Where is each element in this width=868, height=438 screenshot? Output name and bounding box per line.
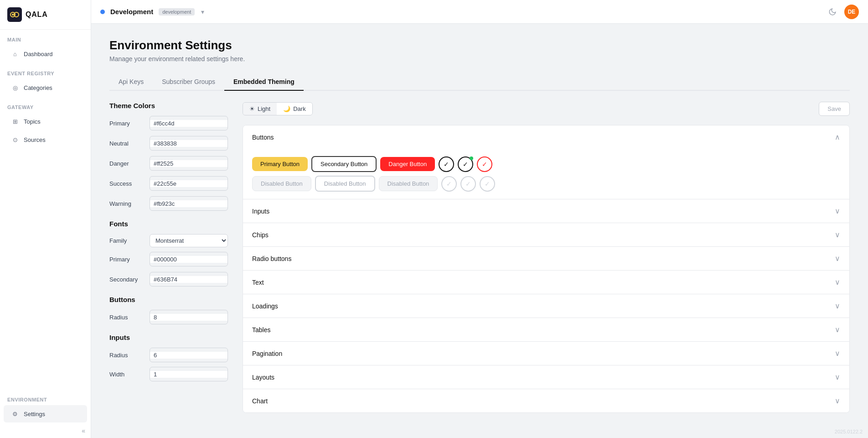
sidebar-topics-label: Topics: [24, 118, 41, 125]
content-area: Environment Settings Manage your environ…: [91, 24, 868, 438]
sidebar-event-registry-label: Event Registry: [0, 63, 91, 78]
tabs: Api Keys Subscriber Groups Embedded Them…: [109, 73, 850, 91]
fonts-title: Fonts: [109, 220, 228, 228]
accordion-header-tables[interactable]: Tables ∨: [243, 318, 849, 341]
home-icon: ⌂: [11, 50, 19, 58]
font-secondary-row: Secondary: [109, 272, 228, 287]
sidebar-item-dashboard[interactable]: ⌂ Dashboard: [4, 45, 87, 63]
font-secondary-label: Secondary: [109, 276, 146, 283]
preview-primary-button[interactable]: Primary Button: [252, 157, 308, 171]
main-content: Environment Settings Manage your environ…: [91, 24, 868, 438]
sidebar-item-topics[interactable]: ⊞ Topics: [4, 113, 87, 130]
font-primary-input-wrap: [150, 252, 228, 266]
sidebar-gateway-label: Gateway: [0, 97, 91, 112]
color-input-danger[interactable]: [150, 160, 228, 167]
chevron-down-icon[interactable]: ▾: [201, 8, 204, 16]
sidebar-environment-label: Environment: [0, 390, 91, 404]
accordion-buttons-label: Buttons: [252, 134, 274, 141]
accordion-item-loadings: Loadings ∨: [243, 294, 849, 318]
accordion-header-pagination[interactable]: Pagination ∨: [243, 342, 849, 365]
dark-mode-button[interactable]: 🌙 Dark: [277, 103, 312, 115]
color-label-neutral: Neutral: [109, 140, 146, 147]
accordion-header-chips[interactable]: Chips ∨: [243, 223, 849, 246]
sidebar-item-categories[interactable]: ◎ Categories: [4, 79, 87, 96]
preview-secondary-button[interactable]: Secondary Button: [311, 156, 377, 172]
tab-api-keys[interactable]: Api Keys: [109, 73, 153, 91]
font-family-label: Family: [109, 237, 146, 244]
sidebar-item-sources[interactable]: ⊙ Sources: [4, 131, 87, 148]
buttons-radius-input-wrap: px: [150, 310, 228, 324]
collapse-sidebar-button[interactable]: «: [0, 423, 91, 438]
accordion-header-inputs[interactable]: Inputs ∨: [243, 199, 849, 223]
chevron-down-icon-layouts: ∨: [835, 373, 840, 381]
sidebar-item-settings[interactable]: ⚙ Settings: [4, 405, 87, 422]
preview-icon-button-2[interactable]: ✓: [458, 156, 473, 172]
theme-colors-section: Theme Colors Primary Neutral Danger Succ…: [109, 102, 228, 211]
color-label-success: Success: [109, 180, 146, 187]
sidebar-event-registry-section: Event Registry ◎ Categories: [0, 63, 91, 97]
app-container: Development development ▾ DE Environment…: [91, 0, 868, 438]
buttons-settings-title: Buttons: [109, 296, 228, 303]
accordion-pagination-label: Pagination: [252, 350, 282, 357]
accordion-item-inputs: Inputs ∨: [243, 199, 849, 223]
env-badge: development: [159, 8, 195, 16]
preview-icon-disabled-3: ✓: [480, 176, 495, 192]
accordion-header-layouts[interactable]: Layouts ∨: [243, 365, 849, 389]
accordion-header-loadings[interactable]: Loadings ∨: [243, 294, 849, 318]
preview-icon-button-1[interactable]: ✓: [439, 156, 454, 172]
color-input-warning[interactable]: [150, 200, 228, 207]
preview-primary-disabled-button: Disabled Button: [252, 176, 311, 191]
user-avatar[interactable]: DE: [844, 5, 859, 19]
buttons-active-row: Primary Button Secondary Button Danger B…: [252, 156, 840, 172]
page-subtitle: Manage your environment related settings…: [109, 55, 850, 63]
color-input-success[interactable]: [150, 180, 228, 187]
accordion-layouts-label: Layouts: [252, 374, 274, 381]
accordion-header-text[interactable]: Text ∨: [243, 271, 849, 294]
accordion-item-pagination: Pagination ∨: [243, 342, 849, 365]
settings-icon: ⚙: [11, 410, 19, 418]
settings-layout: Theme Colors Primary Neutral Danger Succ…: [109, 102, 850, 413]
preview-icon-button-danger[interactable]: ✓: [477, 156, 492, 172]
accordion-inputs-label: Inputs: [252, 208, 269, 215]
light-mode-button[interactable]: ☀ Light: [243, 103, 277, 115]
accordion-header-radio[interactable]: Radio buttons ∨: [243, 247, 849, 270]
accordion-content-buttons: Primary Button Secondary Button Danger B…: [243, 149, 849, 199]
color-input-wrap-success: [150, 176, 228, 191]
color-input-neutral[interactable]: [150, 140, 228, 147]
font-family-select[interactable]: Montserrat: [150, 234, 228, 247]
color-label-primary: Primary: [109, 120, 146, 127]
inputs-width-input[interactable]: [150, 371, 228, 378]
dark-mode-toggle[interactable]: [826, 5, 839, 18]
sidebar-main-section: Main ⌂ Dashboard: [0, 30, 91, 63]
buttons-settings-section: Buttons Radius px: [109, 296, 228, 324]
tab-embedded-theming[interactable]: Embedded Theming: [224, 73, 304, 91]
font-secondary-input[interactable]: [150, 276, 228, 283]
collapse-icon: «: [82, 427, 85, 434]
sun-icon: ☀: [249, 105, 255, 112]
env-status-indicator: [100, 10, 105, 14]
preview-secondary-disabled-button: Disabled Button: [315, 176, 375, 192]
settings-right-panel: ☀ Light 🌙 Dark Save: [243, 102, 850, 413]
inputs-radius-input[interactable]: [150, 352, 228, 359]
buttons-radius-input[interactable]: [150, 314, 228, 321]
font-primary-input[interactable]: [150, 256, 228, 263]
color-label-danger: Danger: [109, 160, 146, 167]
accordion-header-chart[interactable]: Chart ∨: [243, 389, 849, 412]
svg-point-3: [12, 14, 14, 16]
sidebar-settings-label: Settings: [24, 411, 45, 417]
save-button[interactable]: Save: [819, 102, 850, 116]
accordion-header-buttons[interactable]: Buttons ∧: [243, 125, 849, 149]
color-input-primary[interactable]: [150, 120, 228, 127]
preview-danger-disabled-button: Disabled Button: [379, 176, 438, 191]
tab-subscriber-groups[interactable]: Subscriber Groups: [153, 73, 224, 91]
accordion-chart-label: Chart: [252, 397, 268, 405]
color-input-wrap-neutral: [150, 136, 228, 151]
preview-danger-button[interactable]: Danger Button: [380, 157, 435, 171]
sidebar-categories-label: Categories: [24, 84, 52, 91]
color-row-neutral: Neutral: [109, 136, 228, 151]
chevron-down-icon-inputs: ∨: [835, 207, 840, 215]
moon-icon-toggle: 🌙: [283, 105, 290, 112]
chevron-down-icon-chart: ∨: [835, 396, 840, 405]
topbar-right: DE: [826, 5, 859, 19]
preview-icon-disabled-2: ✓: [460, 176, 476, 192]
